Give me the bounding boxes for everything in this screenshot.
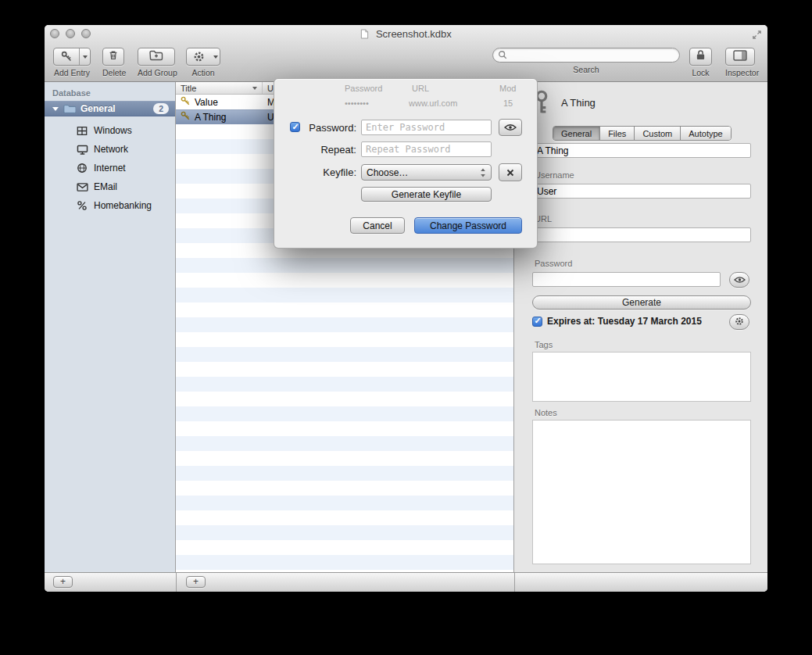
sort-descending-icon: [252, 87, 257, 90]
password-label: Password: [535, 259, 572, 268]
sidebar-item-label: EMail: [94, 181, 117, 192]
add-entry-dropdown[interactable]: [79, 48, 90, 65]
lock-group: Lock: [689, 48, 712, 77]
column-header-title-label: Title: [181, 84, 196, 93]
divider: [176, 573, 177, 592]
sidebar-item-homebanking[interactable]: Homebanking: [45, 196, 175, 215]
background-bleedthrough: Password URL Mod •••••••• www.url.com 15: [274, 82, 537, 115]
tags-input[interactable]: [532, 352, 751, 402]
title-field[interactable]: [532, 143, 751, 158]
delete-button[interactable]: [102, 48, 124, 66]
key-icon: [54, 48, 79, 65]
inspector-panel: A Thing General Files Custom Autotype Us…: [514, 82, 767, 572]
generate-label: Generate: [622, 297, 661, 308]
sidebar-group-label: General: [80, 103, 153, 114]
url-field[interactable]: [532, 227, 751, 242]
bottom-bar: + +: [45, 572, 767, 592]
tab-autotype-label: Autotype: [689, 129, 722, 138]
change-password-popover: Password URL Mod •••••••• www.url.com 15…: [274, 78, 538, 249]
reveal-password-button[interactable]: [499, 119, 522, 136]
inspector-label: Inspector: [725, 68, 755, 77]
search-field[interactable]: [492, 48, 680, 63]
column-header-title[interactable]: Title: [176, 82, 263, 94]
repeat-label: Repeat:: [300, 144, 356, 156]
disclosure-triangle-icon[interactable]: [52, 107, 59, 111]
new-password-input[interactable]: [361, 120, 492, 135]
sidebar-group-general[interactable]: General 2: [45, 101, 175, 116]
add-entry-button[interactable]: [53, 48, 91, 66]
ghost-modified-header: Mod: [499, 84, 531, 93]
generate-keyfile-button[interactable]: Generate Keyfile: [361, 187, 492, 202]
delete-group: Delete: [102, 48, 124, 77]
sidebar-item-label: Windows: [94, 125, 132, 136]
expires-checkbox[interactable]: [532, 317, 542, 327]
action-group: Action: [186, 48, 220, 77]
sidebar-item-label: Homebanking: [94, 200, 152, 211]
sidebar-header: Database: [52, 88, 91, 98]
repeat-password-input[interactable]: [361, 141, 492, 157]
delete-label: Delete: [102, 68, 124, 77]
lock-button[interactable]: [689, 48, 712, 66]
expires-row: Expires at: Tuesday 17 March 2015: [532, 316, 702, 327]
window-title: Screenshot.kdbx: [45, 28, 767, 41]
add-entry-group: Add Entry: [53, 48, 91, 77]
sidebar-item-network[interactable]: Network: [45, 140, 175, 159]
username-label: Username: [535, 170, 574, 180]
ghost-modified-cell: 15: [503, 98, 527, 108]
popup-stepper-icon: [480, 167, 486, 178]
change-password-label: Change Password: [430, 220, 506, 231]
action-button[interactable]: [186, 48, 220, 66]
keyfile-label: Keyfile:: [300, 166, 356, 178]
action-dropdown[interactable]: [211, 48, 220, 65]
search-input[interactable]: [510, 50, 674, 61]
add-group-button[interactable]: [138, 48, 175, 66]
notes-input[interactable]: [532, 420, 751, 564]
ghost-password-cell: ••••••••: [345, 98, 399, 108]
cancel-label: Cancel: [363, 220, 392, 231]
ghost-password-header: Password: [345, 84, 392, 93]
inspector-button[interactable]: [725, 48, 755, 66]
add-group-plus-button[interactable]: +: [53, 576, 73, 588]
fullscreen-icon[interactable]: [752, 29, 762, 43]
inspector-group: Inspector: [725, 48, 755, 77]
action-label: Action: [186, 68, 220, 77]
clear-keyfile-button[interactable]: [499, 163, 522, 181]
expires-settings-button[interactable]: [729, 314, 749, 330]
email-icon: [76, 183, 88, 191]
keyfile-popup-value: Choose…: [367, 167, 408, 178]
chevron-down-icon: [213, 55, 218, 59]
tab-general-label: General: [561, 129, 592, 138]
search-label: Search: [492, 65, 680, 74]
sidebar-item-label: Internet: [94, 163, 126, 174]
close-icon: [506, 166, 514, 180]
sidebar-item-internet[interactable]: Internet: [45, 159, 175, 177]
username-field[interactable]: [532, 184, 751, 199]
sidebar-item-windows[interactable]: Windows: [45, 121, 175, 140]
password-label: Password:: [300, 122, 356, 134]
cell-title: A Thing: [195, 112, 226, 123]
document-icon: [360, 29, 369, 41]
app-window: Screenshot.kdbx Add Entry Delete: [45, 25, 767, 592]
window-chrome: Screenshot.kdbx Add Entry Delete: [45, 25, 767, 82]
add-entry-label: Add Entry: [53, 68, 91, 77]
tab-general[interactable]: General: [553, 127, 600, 140]
sidebar-item-email[interactable]: EMail: [45, 177, 175, 196]
search-group: Search: [492, 48, 680, 74]
reveal-password-button[interactable]: [729, 272, 749, 288]
tab-files[interactable]: Files: [600, 127, 635, 140]
cancel-button[interactable]: Cancel: [350, 217, 405, 234]
tab-autotype[interactable]: Autotype: [681, 127, 730, 140]
generate-keyfile-label: Generate Keyfile: [392, 189, 461, 200]
add-entry-plus-button[interactable]: +: [186, 576, 206, 588]
change-password-button[interactable]: Change Password: [414, 217, 522, 234]
keyfile-popup-button[interactable]: Choose…: [361, 164, 492, 181]
password-field[interactable]: [532, 272, 721, 287]
password-enable-checkbox[interactable]: [290, 122, 300, 132]
ghost-url-cell: www.url.com: [409, 98, 471, 108]
window-title-text: Screenshot.kdbx: [376, 28, 452, 40]
tab-custom[interactable]: Custom: [635, 127, 681, 140]
sidebar-group-badge: 2: [153, 103, 169, 114]
generate-password-button[interactable]: Generate: [532, 295, 751, 310]
toolbar: Add Entry Delete Add Group Action: [45, 42, 767, 81]
add-group-label: Add Group: [138, 68, 175, 77]
